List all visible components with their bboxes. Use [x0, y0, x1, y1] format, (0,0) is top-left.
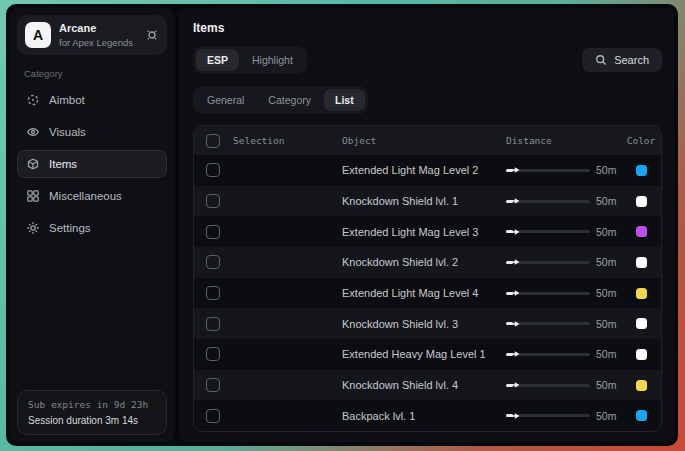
slider-thumb-arrow-icon[interactable]: [509, 320, 521, 328]
object-name: Backpack lvl. 1: [342, 410, 506, 422]
row-checkbox[interactable]: [206, 194, 220, 208]
eye-icon: [26, 125, 40, 139]
sidebar-item-items[interactable]: Items: [17, 150, 167, 178]
app-window: A Arcane for Apex Legends Category Aimbo…: [6, 4, 678, 446]
row-checkbox[interactable]: [206, 378, 220, 392]
object-name: Extended Light Mag Level 4: [342, 287, 506, 299]
tab-highlight[interactable]: Highlight: [241, 49, 304, 71]
tab-list[interactable]: List: [324, 89, 365, 111]
slider-thumb-arrow-icon[interactable]: [509, 228, 521, 236]
color-swatch[interactable]: [636, 196, 647, 207]
app-logo: A: [25, 22, 51, 48]
slider-thumb-arrow-icon[interactable]: [509, 258, 521, 266]
distance-slider[interactable]: [506, 292, 590, 295]
slider-thumb-arrow-icon[interactable]: [509, 412, 521, 420]
sidebar-item-miscellaneous[interactable]: Miscellaneous: [17, 182, 167, 210]
slider-thumb-arrow-icon[interactable]: [509, 350, 521, 358]
row-checkbox[interactable]: [206, 163, 220, 177]
session-duration-text: Session duration 3m 14s: [28, 415, 156, 426]
distance-value: 50m: [596, 287, 621, 299]
color-swatch[interactable]: [636, 257, 647, 268]
session-card: Sub expires in 9d 23h Session duration 3…: [17, 390, 167, 435]
crosshair-icon: [26, 93, 40, 107]
distance-slider[interactable]: [506, 230, 590, 233]
color-swatch[interactable]: [636, 349, 647, 360]
row-checkbox[interactable]: [206, 255, 220, 269]
distance-slider[interactable]: [506, 384, 590, 387]
table-row: Knockdown Shield lvl. 1 50m: [194, 186, 661, 217]
mode-tabs: ESP Highlight: [193, 46, 307, 74]
table-row: Knockdown Shield lvl. 4 50m: [194, 370, 661, 401]
view-toolbar: General Category List: [193, 86, 662, 114]
distance-slider[interactable]: [506, 353, 590, 356]
pin-icon[interactable]: [145, 28, 159, 42]
slider-thumb-arrow-icon[interactable]: [509, 289, 521, 297]
object-name: Knockdown Shield lvl. 2: [342, 256, 506, 268]
distance-value: 50m: [596, 348, 621, 360]
color-swatch[interactable]: [636, 226, 647, 237]
row-checkbox[interactable]: [206, 317, 220, 331]
sidebar-item-label: Miscellaneous: [49, 190, 122, 202]
distance-slider[interactable]: [506, 322, 590, 325]
object-name: Knockdown Shield lvl. 3: [342, 318, 506, 330]
brand-card: A Arcane for Apex Legends: [17, 15, 167, 55]
tab-esp[interactable]: ESP: [196, 49, 239, 71]
header-selection: Selection: [233, 135, 284, 146]
header-color: Color: [621, 135, 661, 146]
color-swatch[interactable]: [636, 288, 647, 299]
tab-general[interactable]: General: [196, 89, 255, 111]
page-title: Items: [193, 21, 662, 35]
color-swatch[interactable]: [636, 318, 647, 329]
table-body: Extended Light Mag Level 2 50m Knockdown…: [194, 155, 661, 431]
object-name: Extended Light Mag Level 2: [342, 164, 506, 176]
distance-slider[interactable]: [506, 169, 590, 172]
table-row: Extended Light Mag Level 4 50m: [194, 278, 661, 309]
table-row: Knockdown Shield lvl. 3 50m: [194, 308, 661, 339]
slider-thumb-arrow-icon[interactable]: [509, 166, 521, 174]
distance-slider[interactable]: [506, 414, 590, 417]
distance-value: 50m: [596, 195, 621, 207]
toolbar: ESP Highlight Search: [193, 46, 662, 74]
distance-value: 50m: [596, 164, 621, 176]
color-swatch[interactable]: [636, 380, 647, 391]
distance-value: 50m: [596, 379, 621, 391]
sidebar-item-label: Items: [49, 158, 77, 170]
select-all-checkbox[interactable]: [206, 134, 220, 148]
header-distance: Distance: [506, 135, 621, 146]
row-checkbox[interactable]: [206, 225, 220, 239]
distance-value: 50m: [596, 318, 621, 330]
distance-value: 50m: [596, 256, 621, 268]
object-name: Knockdown Shield lvl. 4: [342, 379, 506, 391]
gear-icon: [26, 221, 40, 235]
package-icon: [26, 157, 40, 171]
sidebar-item-label: Settings: [49, 222, 91, 234]
table-row: Extended Heavy Mag Level 1 50m: [194, 339, 661, 370]
table-row: Extended Light Mag Level 3 50m: [194, 216, 661, 247]
sidebar-item-aimbot[interactable]: Aimbot: [17, 86, 167, 114]
object-name: Knockdown Shield lvl. 1: [342, 195, 506, 207]
object-name: Extended Light Mag Level 3: [342, 226, 506, 238]
distance-slider[interactable]: [506, 261, 590, 264]
tab-category[interactable]: Category: [257, 89, 322, 111]
sidebar-item-settings[interactable]: Settings: [17, 214, 167, 242]
items-table: Selection Object Distance Color Extended…: [193, 125, 662, 432]
table-header: Selection Object Distance Color: [194, 126, 661, 155]
distance-value: 50m: [596, 226, 621, 238]
header-object: Object: [342, 135, 506, 146]
table-row: Extended Light Mag Level 2 50m: [194, 155, 661, 186]
search-label: Search: [614, 54, 649, 66]
sidebar-item-label: Visuals: [49, 126, 86, 138]
category-label: Category: [24, 68, 160, 79]
search-button[interactable]: Search: [582, 48, 662, 72]
slider-thumb-arrow-icon[interactable]: [509, 197, 521, 205]
distance-value: 50m: [596, 410, 621, 422]
search-icon: [595, 54, 607, 66]
distance-slider[interactable]: [506, 200, 590, 203]
sidebar-item-visuals[interactable]: Visuals: [17, 118, 167, 146]
row-checkbox[interactable]: [206, 286, 220, 300]
row-checkbox[interactable]: [206, 409, 220, 423]
color-swatch[interactable]: [636, 410, 647, 421]
row-checkbox[interactable]: [206, 347, 220, 361]
slider-thumb-arrow-icon[interactable]: [509, 381, 521, 389]
color-swatch[interactable]: [636, 165, 647, 176]
